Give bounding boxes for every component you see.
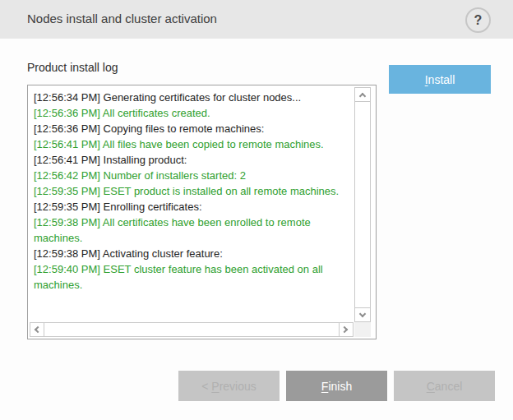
log-line: [12:56:42 PM] Number of installers start… [34,168,357,183]
wizard-dialog: Nodes install and cluster activation ? P… [0,0,513,420]
chevron-down-icon [359,311,366,317]
chevron-left-icon [35,326,41,333]
product-install-log-label: Product install log [27,61,118,74]
install-log-content: [12:56:34 PM] Generating certificates fo… [28,85,376,339]
scrollbar-corner [354,322,371,337]
log-line: [12:59:38 PM] All certificates have been… [34,215,357,246]
previous-button[interactable]: < Previous [178,371,280,401]
log-line: [12:56:34 PM] Generating certificates fo… [34,90,357,105]
vertical-scrollbar[interactable] [354,87,371,322]
page-title: Nodes install and cluster activation [27,12,217,25]
log-line: [12:59:35 PM] Enrolling certificates: [34,199,357,215]
cancel-button[interactable]: Cancel [394,371,495,401]
log-line: [12:59:38 PM] Activating cluster feature… [34,246,357,261]
log-line: [12:56:41 PM] Installing product: [34,152,357,168]
log-line: [12:56:36 PM] All certificates created. [34,105,357,121]
log-line: [12:59:35 PM] ESET product is installed … [34,183,357,199]
vertical-scrollbar-thumb[interactable] [355,102,370,307]
wizard-footer: < Previous Finish Cancel [178,371,495,401]
chevron-right-icon [341,326,348,333]
log-line: [12:56:36 PM] Copying files to remote ma… [34,121,357,136]
help-button[interactable]: ? [465,7,491,33]
scroll-right-button[interactable] [339,323,353,336]
install-log-box: [12:56:34 PM] Generating certificates fo… [27,85,377,339]
chevron-up-icon [359,93,366,99]
finish-button[interactable]: Finish [286,371,387,401]
scroll-left-button[interactable] [30,323,44,336]
log-line: [12:59:40 PM] ESET cluster feature has b… [34,261,357,293]
log-line: [12:56:41 PM] All files have been copied… [34,136,357,152]
scroll-down-button[interactable] [355,307,370,321]
scroll-up-button[interactable] [355,88,370,102]
horizontal-scrollbar-thumb[interactable] [44,323,339,336]
install-button[interactable]: Install [389,65,491,94]
title-bar: Nodes install and cluster activation ? [0,0,513,39]
horizontal-scrollbar[interactable] [30,322,354,337]
question-mark-icon: ? [474,13,483,27]
